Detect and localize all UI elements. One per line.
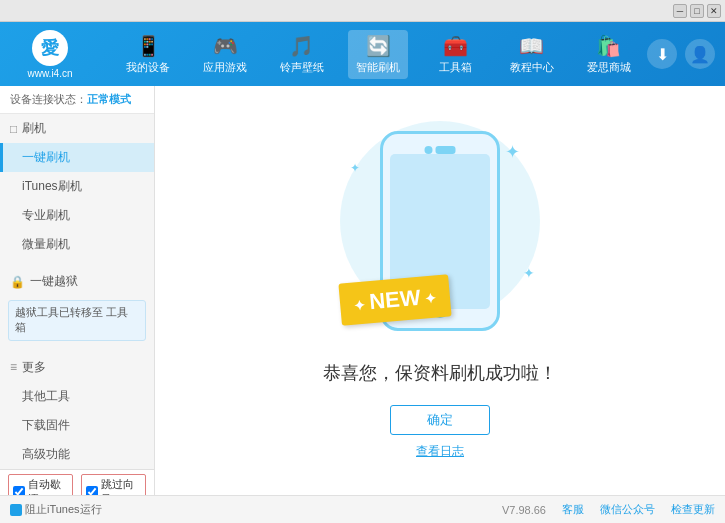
nav-label-tutorial: 教程中心 [510,60,554,75]
logo-text: www.i4.cn [27,68,72,79]
jailbreak-label: 一键越狱 [30,273,78,290]
footer-right: V7.98.66 客服 微信公众号 检查更新 [502,502,715,517]
flash-section-label: 刷机 [22,120,46,137]
nav-item-smart-flash[interactable]: 🔄智能刷机 [348,30,408,79]
nav-icon-smart-flash: 🔄 [366,34,391,58]
nav-label-my-device: 我的设备 [126,60,170,75]
nav-icon-my-device: 📱 [136,34,161,58]
title-bar: ─ □ ✕ [0,0,725,22]
skip-wizard-input[interactable] [86,486,98,495]
customer-service-link[interactable]: 客服 [562,502,584,517]
sidebar-item-one-click-flash[interactable]: 一键刷机 [0,143,154,172]
sidebar-item-other-tools[interactable]: 其他工具 [0,382,154,411]
nav-item-ringtone[interactable]: 🎵铃声壁纸 [272,30,332,79]
header: 愛 www.i4.cn 📱我的设备🎮应用游戏🎵铃声壁纸🔄智能刷机🧰工具箱📖教程中… [0,22,725,86]
nav-icon-toolbox: 🧰 [443,34,468,58]
check-update-link[interactable]: 检查更新 [671,502,715,517]
logo-icon: 愛 [32,30,68,66]
download-button[interactable]: ⬇ [647,39,677,69]
auto-dismiss-checkbox[interactable]: 自动歇逐 [8,474,73,495]
nav-item-my-device[interactable]: 📱我的设备 [118,30,178,79]
footer: 阻止iTunes运行 V7.98.66 客服 微信公众号 检查更新 [0,495,725,523]
nav-icon-store: 🛍️ [596,34,621,58]
content-area: NEW ✦ ✦ ✦ 恭喜您，保资料刷机成功啦！ 确定 查看日志 [155,86,725,495]
itunes-stop-label: 阻止iTunes运行 [25,502,102,517]
sidebar-item-micro-flash[interactable]: 微量刷机 [0,230,154,259]
status-value: 正常模式 [87,93,131,105]
sidebar-item-pro-flash[interactable]: 专业刷机 [0,201,154,230]
skip-wizard-label: 跳过向导 [101,477,141,495]
more-section-title: ≡ 更多 [0,353,154,382]
sparkle-3: ✦ [523,265,535,281]
header-right: ⬇ 👤 [647,39,715,69]
nav-icon-tutorial: 📖 [519,34,544,58]
nav-label-app-game: 应用游戏 [203,60,247,75]
nav-item-app-game[interactable]: 🎮应用游戏 [195,30,255,79]
checkbox-row: 自动歇逐 跳过向导 [0,469,154,495]
nav-item-store[interactable]: 🛍️爱思商城 [579,30,639,79]
nav-item-toolbox[interactable]: 🧰工具箱 [425,30,485,79]
flash-section-title[interactable]: □ 刷机 [0,114,154,143]
confirm-button[interactable]: 确定 [390,405,490,435]
auto-dismiss-label: 自动歇逐 [28,477,68,495]
minimize-button[interactable]: ─ [673,4,687,18]
nav-bar: 📱我的设备🎮应用游戏🎵铃声壁纸🔄智能刷机🧰工具箱📖教程中心🛍️爱思商城 [110,30,647,79]
auto-dismiss-input[interactable] [13,486,25,495]
sidebar-item-advanced[interactable]: 高级功能 [0,440,154,469]
nav-label-toolbox: 工具箱 [439,60,472,75]
view-log-link[interactable]: 查看日志 [416,443,464,460]
nav-label-smart-flash: 智能刷机 [356,60,400,75]
close-button[interactable]: ✕ [707,4,721,18]
hero-image: NEW ✦ ✦ ✦ [330,121,550,341]
nav-icon-app-game: 🎮 [213,34,238,58]
sparkle-1: ✦ [505,141,520,163]
more-icon: ≡ [10,360,17,374]
sidebar: 设备连接状态：正常模式 □ 刷机 一键刷机 iTunes刷机 专业刷机 微量刷机… [0,86,155,495]
sidebar-item-itunes-flash[interactable]: iTunes刷机 [0,172,154,201]
maximize-button[interactable]: □ [690,4,704,18]
footer-left: 阻止iTunes运行 [10,502,502,517]
jailbreak-section: 🔒 一键越狱 [0,267,154,296]
itunes-stop-button[interactable]: 阻止iTunes运行 [10,502,102,517]
nav-label-ringtone: 铃声壁纸 [280,60,324,75]
lock-icon: 🔒 [10,275,25,289]
nav-icon-ringtone: 🎵 [289,34,314,58]
main-area: 设备连接状态：正常模式 □ 刷机 一键刷机 iTunes刷机 专业刷机 微量刷机… [0,86,725,495]
sidebar-item-download-firmware[interactable]: 下载固件 [0,411,154,440]
device-status-bar: 设备连接状态：正常模式 [0,86,154,114]
nav-item-tutorial[interactable]: 📖教程中心 [502,30,562,79]
logo-area: 愛 www.i4.cn [10,30,90,79]
more-label: 更多 [22,359,46,376]
jailbreak-notice: 越狱工具已转移至 工具箱 [8,300,146,341]
flash-section-icon: □ [10,122,17,136]
version-label: V7.98.66 [502,504,546,516]
stop-icon [10,504,22,516]
skip-wizard-checkbox[interactable]: 跳过向导 [81,474,146,495]
wechat-official-link[interactable]: 微信公众号 [600,502,655,517]
user-button[interactable]: 👤 [685,39,715,69]
status-label: 设备连接状态： [10,93,87,105]
sparkle-2: ✦ [350,161,360,175]
success-message: 恭喜您，保资料刷机成功啦！ [323,361,557,385]
nav-label-store: 爱思商城 [587,60,631,75]
